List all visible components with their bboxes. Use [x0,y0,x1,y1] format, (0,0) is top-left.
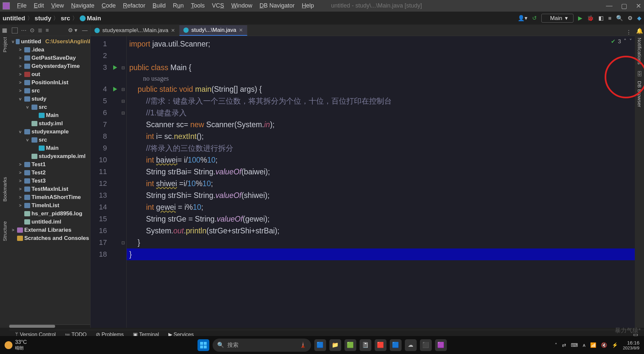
tree-item[interactable]: untitled.iml [9,218,90,226]
maximize-icon[interactable]: ▢ [621,2,627,10]
tree-item[interactable]: Main [9,144,90,152]
coverage-button[interactable]: ◧ [598,15,604,22]
breadcrumb[interactable]: untitled [3,15,25,22]
taskbar-app-icon[interactable]: 📁 [329,339,341,351]
close-tab-icon[interactable]: ✕ [171,28,175,33]
menu-edit[interactable]: Edit [34,2,44,9]
breadcrumb[interactable]: Main [80,15,101,22]
taskbar-app-icon[interactable]: 🟦 [314,339,326,351]
tab-options-icon[interactable]: ⋮ [626,29,632,36]
tree-item[interactable]: vstudyexample [9,128,90,136]
project-view-icon[interactable] [12,28,18,33]
tree-item[interactable]: >Test2 [9,168,90,177]
tree-item[interactable]: >PositionInList [9,78,90,87]
tree-item[interactable]: >TestMaxInList [9,185,90,193]
select-opened-icon[interactable]: ⊙ [30,27,34,34]
taskbar-app-icon[interactable]: 📓 [360,339,371,351]
taskbar-app-icon[interactable]: 🟥 [375,339,386,351]
tray-chevron-icon[interactable]: ˄ [555,342,557,348]
tree-item[interactable]: study.iml [9,119,90,128]
notifications-icon[interactable]: 🔔 [636,28,643,34]
taskbar-weather[interactable]: 33°C 晴朗 [5,339,27,351]
project-dots-icon[interactable]: ⋯ [21,27,27,34]
start-button[interactable] [197,339,209,351]
tree-item[interactable]: >TimeInAShortTime [9,193,90,201]
bookmarks-tool-label[interactable]: Bookmarks [2,177,8,202]
menu-dbnavigator[interactable]: DB Navigator [260,2,295,9]
tree-item[interactable]: >src [9,87,90,95]
tray-wifi-icon[interactable]: 📶 [590,342,596,348]
project-tool-icon[interactable]: ▦ [2,27,7,34]
close-window-icon[interactable]: ✕ [636,2,641,10]
tree-item[interactable]: Main [9,111,90,119]
taskbar-app-icon[interactable]: ⬛ [420,339,432,351]
menu-view[interactable]: View [51,2,64,9]
run-button[interactable]: ▶ [578,15,582,22]
menu-file[interactable]: File [17,2,27,9]
debug-button[interactable]: 🐞 [587,15,594,22]
menu-tools[interactable]: Tools [191,2,205,9]
close-tab-icon[interactable]: ✕ [239,27,243,33]
menu-vcs[interactable]: VCS [212,2,224,9]
scratches[interactable]: Scratches and Consoles [9,234,90,242]
menu-navigate[interactable]: Navigate [71,2,94,9]
tray-volume-icon[interactable]: 🔇 [601,342,607,348]
tray-icon[interactable]: ⇄ [562,342,566,348]
sync-icon[interactable]: ↺ [532,15,537,22]
editor-tab[interactable]: study\...\Main.java ✕ [179,25,247,36]
inspection-widget[interactable]: ✔ 3 ˄ ˅ [611,38,632,45]
run-config-selector[interactable]: Main ▾ [541,14,573,23]
minimize-icon[interactable]: — [606,2,613,10]
taskbar-app-icon[interactable]: 🟩 [344,339,356,351]
db-browser-label[interactable]: DB Browser [637,81,642,107]
menu-run[interactable]: Run [173,2,184,9]
taskbar-clock[interactable]: 16:16 2023/8/9 [623,340,639,350]
project-root[interactable]: v untitled C:\Users\Anglin\I [9,37,90,46]
db-browser-icon[interactable]: 🗄 [637,71,642,78]
editor-tab[interactable]: studyexample\...\Main.java ✕ [91,25,179,36]
menu-refactor[interactable]: Refactor [123,2,145,9]
menu-help[interactable]: Help [302,2,314,9]
menu-build[interactable]: Build [153,2,166,9]
project-hscrollbar[interactable] [9,324,90,328]
gear-icon[interactable]: ⚙ ▾ [68,27,77,34]
tree-item[interactable]: >GetyesterdayTime [9,62,90,70]
tree-item[interactable]: vsrc [9,103,90,111]
project-tree[interactable]: v untitled C:\Users\Anglin\I >.idea>GetP… [9,36,90,324]
tray-icon[interactable]: ᴀ [583,342,586,348]
tree-item[interactable]: vsrc [9,136,90,144]
tray-icon[interactable]: ⌨ [571,342,578,348]
tree-item[interactable]: >out [9,70,90,78]
structure-tool-label[interactable]: Structure [2,221,8,241]
menu-code[interactable]: Code [102,2,116,9]
breadcrumb[interactable]: study [35,15,52,22]
code-with-me-icon[interactable]: ◆ [637,15,641,22]
external-libraries[interactable]: > External Libraries [9,226,90,234]
tree-item[interactable]: >GetPastSaveDay [9,54,90,62]
expand-all-icon[interactable]: ≣ [38,27,42,34]
hide-panel-icon[interactable]: — [82,27,88,34]
collapse-all-icon[interactable]: ≡ [46,27,49,34]
search-everywhere-icon[interactable]: 🔍 [616,15,623,22]
taskbar-app-icon[interactable]: 🟪 [435,339,447,351]
settings-icon[interactable]: ⚙ [628,15,633,22]
add-user-icon[interactable]: 👤▾ [518,15,528,22]
menu-window[interactable]: Window [231,2,252,9]
notifications-label[interactable]: Notifications [637,38,642,65]
tree-item[interactable]: >Test1 [9,160,90,168]
stop-button[interactable]: ■ [608,15,612,22]
chevron-up-icon[interactable]: ˄ [624,38,627,45]
tree-item[interactable]: >.idea [9,46,90,54]
breadcrumb[interactable]: src [61,15,70,22]
tray-battery-icon[interactable]: ⚡ [612,342,618,348]
taskbar-app-icon[interactable]: ☁ [405,339,417,351]
taskbar-search[interactable]: 🔍 搜索 🗼 [213,339,311,352]
chevron-down-icon[interactable]: ˅ [629,38,632,45]
tree-item[interactable]: hs_err_pid8956.log [9,209,90,218]
tree-item[interactable]: vstudy [9,95,90,103]
taskbar-app-icon[interactable]: 🟦 [390,339,402,351]
code-editor[interactable]: import java.util.Scanner;public class Ma… [127,36,635,328]
tree-item[interactable]: studyexample.iml [9,152,90,160]
project-tool-label[interactable]: Project [2,37,8,52]
tree-item[interactable]: >Test3 [9,177,90,185]
